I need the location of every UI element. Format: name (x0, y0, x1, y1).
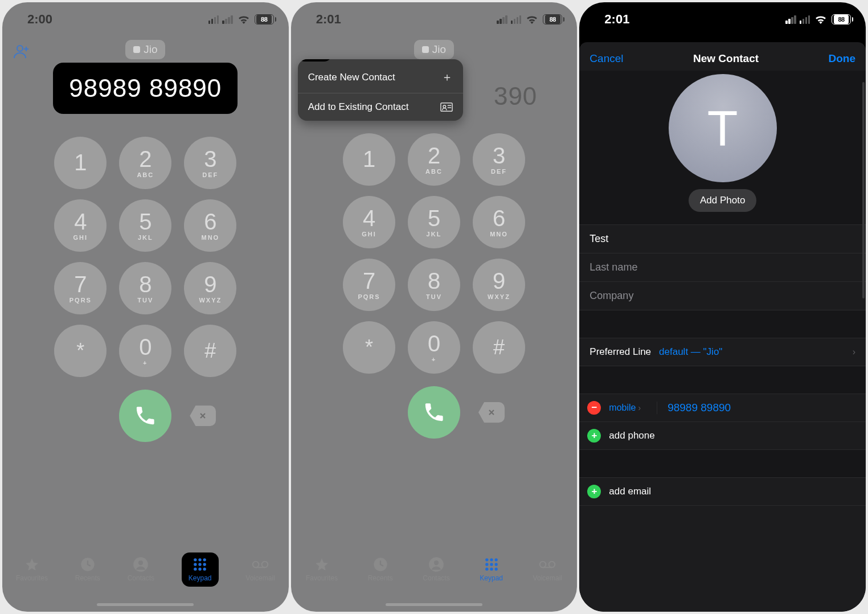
svg-point-4 (194, 558, 196, 561)
tab-favourites[interactable]: Favourites (306, 557, 338, 582)
spacer (579, 450, 866, 477)
home-indicator[interactable] (97, 603, 194, 606)
favourites-icon (313, 557, 330, 572)
svg-point-7 (194, 563, 196, 566)
phone-number-value[interactable]: 98989 89890 (657, 402, 858, 414)
add-email-row[interactable]: + add email (579, 478, 866, 505)
carrier-selector[interactable]: Jio (125, 40, 165, 59)
key-letters: JKL (427, 231, 442, 238)
key-letters: JKL (138, 234, 153, 241)
call-button[interactable] (119, 390, 171, 442)
key-4[interactable]: 4GHI (343, 196, 395, 248)
home-indicator[interactable] (386, 603, 482, 606)
key-*[interactable]: * (54, 325, 107, 377)
key-digit: * (76, 341, 84, 361)
menu-add-existing-contact[interactable]: Add to Existing Contact (298, 93, 463, 121)
contact-avatar[interactable]: T (669, 74, 777, 182)
key-letters: MNO (201, 234, 219, 241)
key-0[interactable]: 0+ (119, 325, 171, 377)
sim-icon (133, 46, 140, 53)
last-name-field[interactable]: Last name (579, 253, 866, 281)
key-1[interactable]: 1 (343, 133, 395, 186)
call-button[interactable] (408, 386, 460, 439)
tab-recents[interactable]: Recents (75, 557, 100, 582)
key-digit: 7 (74, 273, 87, 296)
key-6[interactable]: 6MNO (473, 196, 525, 248)
delete-button[interactable] (478, 402, 505, 423)
cellular-icon (497, 15, 507, 24)
key-7[interactable]: 7PQRS (54, 262, 107, 314)
add-icon: + (587, 429, 601, 443)
key-#[interactable]: # (184, 325, 236, 377)
phone-row[interactable]: − mobile › 98989 89890 (579, 394, 866, 421)
key-*[interactable]: * (343, 321, 395, 374)
carrier-selector[interactable]: Jio (414, 40, 454, 59)
menu-create-new-contact[interactable]: Create New Contact ＋ (298, 62, 463, 93)
contacts-icon (428, 557, 445, 572)
tab-keypad[interactable]: Keypad (480, 557, 503, 582)
status-time: 2:00 (27, 12, 52, 27)
battery-percent: 88 (256, 15, 271, 24)
tab-recents[interactable]: Recents (368, 557, 393, 582)
svg-point-31 (549, 562, 555, 568)
voicemail-icon (539, 557, 556, 572)
tab-label: Recents (75, 574, 100, 582)
key-5[interactable]: 5JKL (119, 199, 171, 252)
phone-type-label: mobile (609, 403, 636, 413)
key-3[interactable]: 3DEF (184, 137, 236, 189)
tab-keypad[interactable]: Keypad (182, 552, 219, 587)
cellular-icon (785, 15, 796, 24)
delete-button[interactable] (190, 406, 216, 426)
key-digit: 9 (204, 273, 216, 296)
add-phone-row[interactable]: + add phone (579, 421, 866, 449)
tab-label: Keypad (189, 574, 212, 582)
svg-point-6 (203, 558, 206, 561)
key-5[interactable]: 5JKL (408, 196, 460, 248)
dialed-number-highlight[interactable]: 98989 89890 (53, 63, 238, 114)
svg-point-21 (485, 558, 488, 561)
add-photo-button[interactable]: Add Photo (689, 189, 756, 212)
svg-point-12 (203, 567, 206, 570)
key-9[interactable]: 9WXYZ (184, 262, 236, 314)
cancel-button[interactable]: Cancel (589, 52, 623, 65)
tab-voicemail[interactable]: Voicemail (245, 557, 275, 582)
tab-label: Favourites (16, 574, 48, 582)
svg-point-9 (203, 563, 206, 566)
key-0[interactable]: 0+ (408, 321, 460, 374)
svg-point-10 (194, 567, 196, 570)
tab-contacts[interactable]: Contacts (128, 557, 154, 582)
keypad-screen2: 1 2ABC3DEF4GHI5JKL6MNO7PQRS8TUV9WXYZ*0+# (291, 133, 578, 374)
key-3[interactable]: 3DEF (473, 133, 525, 186)
key-2[interactable]: 2ABC (119, 137, 171, 189)
company-field[interactable]: Company (579, 281, 866, 310)
key-8[interactable]: 8TUV (119, 262, 171, 314)
key-1[interactable]: 1 (54, 137, 107, 189)
key-letters: WXYZ (488, 293, 510, 300)
key-9[interactable]: 9WXYZ (473, 259, 525, 311)
tab-favourites[interactable]: Favourites (16, 557, 48, 582)
name-fields: Test Last name Company (579, 224, 866, 310)
add-icon: + (587, 485, 601, 498)
remove-icon[interactable]: − (587, 401, 601, 415)
add-contact-icon[interactable] (13, 43, 33, 64)
svg-point-23 (494, 558, 497, 561)
key-2[interactable]: 2ABC (408, 133, 460, 186)
key-7[interactable]: 7PQRS (343, 259, 395, 311)
preferred-line-row[interactable]: Preferred Line default — "Jio" › (579, 338, 866, 366)
keypad-icon (483, 557, 500, 572)
tab-voicemail[interactable]: Voicemail (533, 557, 562, 582)
key-#[interactable]: # (473, 321, 525, 374)
key-8[interactable]: 8TUV (408, 259, 460, 311)
new-contact-sheet: Cancel New Contact Done T Add Photo Test… (579, 42, 866, 612)
cellular-secondary-icon (222, 15, 233, 24)
contact-card-icon (440, 102, 453, 112)
key-4[interactable]: 4GHI (54, 199, 107, 252)
first-name-field[interactable]: Test (579, 225, 866, 253)
tab-contacts[interactable]: Contacts (423, 557, 449, 582)
phone-type-selector[interactable]: mobile › (609, 403, 641, 413)
wifi-icon (238, 15, 250, 24)
done-button[interactable]: Done (829, 52, 856, 65)
status-bar: 2:01 88 (579, 2, 866, 36)
svg-point-11 (198, 567, 201, 570)
key-6[interactable]: 6MNO (184, 199, 236, 252)
